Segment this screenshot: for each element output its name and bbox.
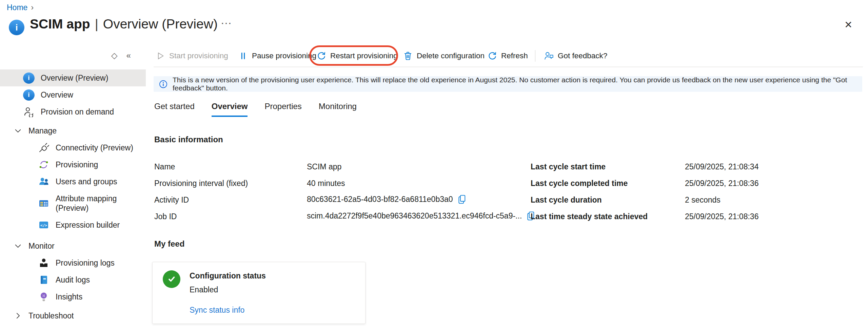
sidebar-controls: ◇ « [111,51,131,60]
svg-text:</>: </> [40,223,47,228]
sidebar-group-monitor[interactable]: Monitor [0,237,146,254]
breadcrumb-home-link[interactable]: Home [7,3,27,12]
sidebar-item-overview-preview[interactable]: i Overview (Preview) [0,69,146,86]
title-separator: | [95,17,98,31]
field-label: Activity ID [154,195,189,205]
sync-cycle-icon [38,159,50,170]
sidebar-item-attribute-mapping[interactable]: Attribute mapping (Preview) [0,190,146,216]
breadcrumb: Home › [7,3,34,12]
banner-text: This is a new version of the provisionin… [173,76,862,92]
field-value: scim.4da2272f9f5e40be963463620e513321.ec… [307,211,522,221]
app-info-icon: i [9,20,24,35]
basic-information-heading: Basic information [154,135,223,144]
field-label: Job ID [154,212,177,221]
got-feedback-button[interactable]: Got feedback? [544,46,607,66]
chevron-down-icon [14,125,22,137]
field-label: Last time steady state achieved [531,212,648,221]
basic-information-grid: Name SCIM app Provisioning interval (fix… [154,162,866,230]
refresh-button[interactable]: Refresh [487,46,528,66]
tab-get-started[interactable]: Get started [154,102,195,117]
feedback-icon [544,51,554,61]
pause-icon [238,51,248,61]
more-options-button[interactable]: … [220,14,233,27]
sidebar-item-connectivity[interactable]: Connectivity (Preview) [0,139,146,156]
field-label: Provisioning interval (fixed) [154,179,248,188]
field-value-group: 80c63621-62a5-4d03-bf82-6a6811e0b3a0 [307,194,467,204]
field-label: Name [154,162,175,171]
toolbar-separator [535,50,535,62]
field-label: Last cycle duration [531,195,602,205]
tab-monitoring[interactable]: Monitoring [319,102,357,117]
close-icon[interactable]: ✕ [844,19,852,30]
tab-properties[interactable]: Properties [264,102,301,117]
resize-menu-icon[interactable]: ◇ [111,51,117,60]
card-title: Configuration status [190,271,266,281]
refresh-icon [487,51,497,61]
sidebar-item-provision-on-demand[interactable]: Provision on demand [0,103,146,120]
breadcrumb-chevron-icon: › [31,3,34,12]
restart-icon [316,51,327,61]
sidebar-item-users-and-groups[interactable]: Users and groups [0,173,146,190]
sync-status-info-link[interactable]: Sync status info [190,306,244,315]
trash-icon [403,51,413,61]
field-value: 25/09/2025, 21:08:36 [685,212,758,221]
info-icon [159,80,168,89]
code-icon: </> [38,219,50,231]
field-label: Last cycle start time [531,162,606,171]
app-name: SCIM app [30,17,90,31]
start-provisioning-button[interactable]: Start provisioning [155,46,228,66]
table-icon [38,198,50,209]
toolbar-divider [154,67,863,67]
field-value: 40 minutes [307,179,345,188]
plug-icon [38,142,50,153]
person-sync-icon [23,106,35,118]
play-icon [155,51,165,61]
info-banner: This is a new version of the provisionin… [154,76,862,92]
info-icon: i [23,89,35,101]
notebook-icon [38,274,50,286]
status-value: Enabled [190,285,218,294]
chevron-down-icon [14,240,22,252]
sidebar-item-provisioning-logs[interactable]: Provisioning logs [0,254,146,271]
sidebar-item-insights[interactable]: Insights [0,288,146,305]
configuration-status-card: Configuration status Enabled Sync status… [152,262,366,324]
page-title: SCIM app|Overview (Preview) [30,16,218,33]
pause-provisioning-button[interactable]: Pause provisioning [238,46,316,66]
sidebar-menu: i Overview (Preview) i Overview Provisio… [0,69,146,324]
field-value: 25/09/2025, 21:08:34 [685,162,758,171]
restart-provisioning-button[interactable]: Restart provisioning [316,46,398,66]
lightbulb-icon [38,291,50,303]
info-icon: i [23,72,35,84]
field-value: 80c63621-62a5-4d03-bf82-6a6811e0b3a0 [307,195,453,204]
delete-configuration-button[interactable]: Delete configuration [403,46,485,66]
field-label: Last cycle completed time [531,179,628,188]
tab-bar: Get started Overview Properties Monitori… [154,102,357,117]
chevron-right-icon [14,310,22,321]
people-icon [38,176,50,187]
my-feed-heading: My feed [154,239,184,249]
sidebar-item-audit-logs[interactable]: Audit logs [0,271,146,288]
field-value: SCIM app [307,162,341,171]
person-log-icon [38,257,50,269]
sidebar-item-provisioning[interactable]: Provisioning [0,156,146,173]
copy-icon[interactable] [457,194,467,204]
sidebar-group-troubleshoot[interactable]: Troubleshoot [0,307,146,324]
sidebar-item-expression-builder[interactable]: </> Expression builder [0,216,146,233]
tab-overview[interactable]: Overview [212,102,248,117]
collapse-menu-icon[interactable]: « [126,51,131,60]
sidebar-group-manage[interactable]: Manage [0,122,146,139]
success-check-icon [163,270,180,288]
field-value-group: scim.4da2272f9f5e40be963463620e513321.ec… [307,211,535,221]
sidebar-item-overview[interactable]: i Overview [0,86,146,103]
page-title-text: Overview (Preview) [103,17,218,31]
field-value: 2 seconds [685,195,721,205]
field-value: 25/09/2025, 21:08:36 [685,179,758,188]
